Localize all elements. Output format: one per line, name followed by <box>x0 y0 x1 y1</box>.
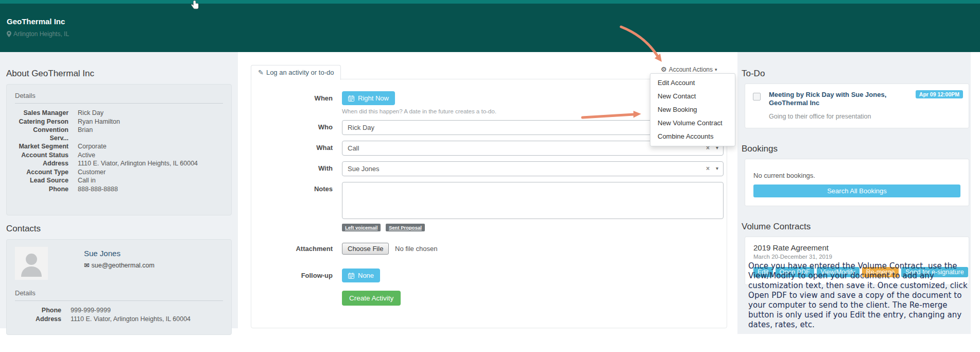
with-select-value: Sue Jones <box>348 165 379 173</box>
contact-name[interactable]: Sue Jones <box>84 249 121 258</box>
detail-row: Address1110 E. Viator, Arlington Heights… <box>7 315 231 324</box>
create-activity-button[interactable]: Create Activity <box>342 291 401 306</box>
with-row: With Sue Jones × ▾ <box>251 161 727 176</box>
detail-row: Account StatusActive <box>7 152 231 160</box>
contract-name: 2019 Rate Agreement <box>753 243 960 252</box>
detail-label: Address <box>7 160 68 168</box>
menu-item-combine-accounts[interactable]: Combine Accounts <box>650 130 735 143</box>
contact-email[interactable]: ✉sue@geothermal.com <box>84 261 154 269</box>
person-silhouette-icon <box>15 247 48 280</box>
todo-item-note: Going to their office for presentation <box>769 113 961 120</box>
detail-row: Lead SourceCall in <box>7 177 231 185</box>
caret-down-icon: ▾ <box>715 67 717 72</box>
crm-account-page: GeoThermal Inc Arlington Heights, IL Abo… <box>0 0 980 352</box>
followup-none-label: None <box>358 272 374 279</box>
detail-value: Call in <box>78 177 96 185</box>
search-all-bookings-button[interactable]: Search All Bookings <box>753 185 960 197</box>
account-header: GeoThermal Inc Arlington Heights, IL <box>0 0 980 52</box>
when-label: When <box>251 91 333 102</box>
caret-down-icon[interactable]: ▾ <box>716 165 718 171</box>
details-section-title: Details <box>15 92 223 104</box>
menu-item-new-booking[interactable]: New Booking <box>650 103 735 116</box>
detail-label: Catering Person <box>7 118 68 126</box>
envelope-icon: ✉ <box>84 262 89 269</box>
detail-row: Phone888-888-8888 <box>7 186 231 194</box>
pencil-icon: ✎ <box>258 69 264 76</box>
bookings-heading: Bookings <box>742 144 967 154</box>
right-now-label: Right Now <box>358 94 389 102</box>
detail-row: Convention Serv...Brian <box>7 126 231 142</box>
account-actions-menu: Edit Account New Contact New Booking New… <box>650 73 735 146</box>
account-actions-button[interactable]: ⚙ Account Actions ▾ <box>661 65 717 73</box>
todo-datetime-badge: Apr 09 12:00PM <box>916 90 963 98</box>
volume-contracts-heading: Volume Contracts <box>742 222 967 232</box>
detail-value: Corporate <box>78 143 107 151</box>
contact-card: Sue Jones ✉sue@geothermal.com Details Ph… <box>6 239 232 335</box>
account-actions-label: Account Actions <box>669 66 713 73</box>
right-now-button[interactable]: Right Now <box>342 91 395 105</box>
bookings-empty-text: No current bookings. <box>753 172 960 179</box>
contact-avatar <box>15 247 48 280</box>
todo-heading: To-Do <box>742 69 967 79</box>
detail-row: Account TypeCustomer <box>7 169 231 177</box>
detail-label: Address <box>7 315 61 324</box>
detail-row: Market SegmentCorporate <box>7 143 231 151</box>
location-pin-icon <box>7 31 11 37</box>
notes-label: Notes <box>251 182 333 193</box>
tag-sent-proposal[interactable]: Sent Proposal <box>386 224 425 231</box>
account-location: Arlington Heights, IL <box>7 30 69 38</box>
account-location-text: Arlington Heights, IL <box>13 30 69 38</box>
create-activity-row: Create Activity <box>342 291 727 306</box>
attachment-row: Attachment Choose File No file chosen <box>251 243 727 255</box>
detail-label: Lead Source <box>7 177 68 185</box>
notes-textarea[interactable] <box>342 182 724 219</box>
detail-value: Customer <box>78 169 106 177</box>
instruction-annotation: Once you have entered the Volume Contrac… <box>748 261 971 330</box>
followup-label: Follow-up <box>251 269 333 279</box>
calendar-icon <box>348 95 354 102</box>
menu-item-new-volume-contract[interactable]: New Volume Contract <box>650 116 735 130</box>
tab-log-activity-label: Log an activity or to-do <box>266 69 334 76</box>
detail-value: Brian <box>78 126 93 142</box>
menu-item-new-contact[interactable]: New Contact <box>650 90 735 103</box>
menu-item-edit-account[interactable]: Edit Account <box>650 76 735 90</box>
detail-value: Rick Day <box>78 109 104 118</box>
detail-row: Sales ManagerRick Day <box>7 109 231 118</box>
detail-value: 1110 E. Viator, Arlington Heights, IL 60… <box>71 315 191 324</box>
detail-value: Ryan Hamilton <box>78 118 120 126</box>
detail-label: Market Segment <box>7 143 68 151</box>
tag-left-voicemail[interactable]: Left voicemail <box>342 224 381 231</box>
detail-label: Account Type <box>7 169 68 177</box>
contact-details-list: Phone999-999-9999 Address1110 E. Viator,… <box>7 307 231 323</box>
account-name: GeoThermal Inc <box>7 17 65 26</box>
notes-row: Notes <box>251 182 727 221</box>
todo-checkbox[interactable] <box>753 93 761 100</box>
bookings-card: No current bookings. Search All Bookings <box>745 159 969 206</box>
about-heading: About GeoThermal Inc <box>6 69 232 79</box>
contact-email-text[interactable]: sue@geothermal.com <box>91 262 154 269</box>
clear-icon[interactable]: × <box>706 165 710 172</box>
followup-none-button[interactable]: None <box>342 269 380 282</box>
with-select[interactable]: Sue Jones × ▾ <box>342 161 724 176</box>
contact-details-title: Details <box>15 289 223 301</box>
detail-value: 999-999-9999 <box>71 307 111 315</box>
todo-item-title[interactable]: Meeting by Rick Day with Sue Jones, GeoT… <box>769 91 898 107</box>
when-help-text: When did this happen? A date in the futu… <box>342 108 496 114</box>
detail-value: 888-888-8888 <box>78 186 118 194</box>
gear-icon: ⚙ <box>661 65 667 73</box>
account-details-list: Sales ManagerRick Day Catering PersonRya… <box>7 109 231 193</box>
what-label: What <box>251 141 333 152</box>
contacts-heading: Contacts <box>6 224 232 234</box>
detail-label: Convention Serv... <box>7 126 68 142</box>
tab-log-activity[interactable]: ✎Log an activity or to-do <box>251 65 341 80</box>
followup-row: Follow-up None <box>251 269 727 282</box>
detail-label: Phone <box>7 186 68 194</box>
choose-file-button[interactable]: Choose File <box>342 243 389 255</box>
who-label: Who <box>251 120 333 131</box>
todo-card: Meeting by Rick Day with Sue Jones, GeoT… <box>745 83 969 128</box>
detail-row: Address1110 E. Viator, Arlington Heights… <box>7 160 231 168</box>
detail-label: Account Status <box>7 152 68 160</box>
contract-dates: March 20-December 31, 2019 <box>753 254 960 260</box>
detail-label: Sales Manager <box>7 109 68 118</box>
what-select-value: Call <box>348 144 359 152</box>
